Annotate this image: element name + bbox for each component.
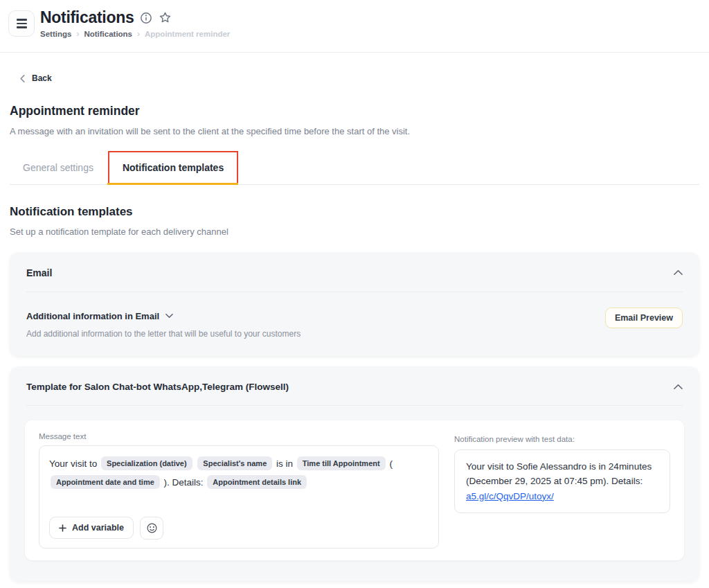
variable-chip-time-till-appointment[interactable]: Time till Appointment xyxy=(297,456,386,470)
breadcrumb-current: Appointment reminder xyxy=(145,30,230,38)
top-bar: Notifications Settings › Notifications ›… xyxy=(0,0,709,53)
message-content: Your visit to Specialization (dative) Sp… xyxy=(49,454,429,492)
template-editor-panel: Message text Your visit to Specializatio… xyxy=(25,420,684,560)
additional-info-toggle[interactable]: Additional information in Email xyxy=(26,311,173,321)
back-link[interactable]: Back xyxy=(19,73,52,83)
star-icon[interactable] xyxy=(159,11,172,24)
tab-general-settings[interactable]: General settings xyxy=(10,151,107,184)
divider xyxy=(26,405,683,406)
message-text-segment: ( xyxy=(389,458,393,469)
appointment-reminder-heading: Appointment reminder xyxy=(10,104,699,118)
page-title: Notifications xyxy=(40,8,134,27)
section-description: Set up a notification template for each … xyxy=(10,226,699,237)
template-card: Template for Salon Chat-bot WhatsApp,Tel… xyxy=(10,366,699,581)
info-icon[interactable] xyxy=(140,12,152,24)
variable-chip-specialization[interactable]: Specialization (dative) xyxy=(101,456,192,470)
variable-chip-appointment-date-time[interactable]: Appointment date and time xyxy=(51,475,160,489)
main-content: Back Appointment reminder A message with… xyxy=(0,53,709,581)
breadcrumb: Settings › Notifications › Appointment r… xyxy=(40,29,230,39)
notification-preview-label: Notification preview with test data: xyxy=(454,435,575,443)
tab-bar: General settings Notification templates xyxy=(10,151,699,185)
emoji-picker-button[interactable] xyxy=(140,517,163,540)
preview-text: Your visit to Sofie Alessandro is in 24m… xyxy=(466,461,652,487)
back-label: Back xyxy=(32,73,52,83)
hamburger-menu-icon xyxy=(17,19,27,21)
chevron-left-icon xyxy=(19,75,26,82)
add-variable-button[interactable]: Add variable xyxy=(49,517,134,539)
additional-info-description: Add additional information to the letter… xyxy=(26,329,683,339)
message-text-segment: ). Details: xyxy=(164,477,204,488)
email-card: Email Additional information in Email Ad… xyxy=(10,252,699,356)
message-text-segment: is in xyxy=(276,458,293,469)
chevron-down-icon xyxy=(165,313,173,319)
notification-preview: Your visit to Sofie Alessandro is in 24m… xyxy=(454,449,670,514)
hamburger-menu-button[interactable] xyxy=(8,10,35,37)
preview-link[interactable]: a5.gl/c/QqvDP/utoyx/ xyxy=(466,491,554,501)
email-preview-button[interactable]: Email Preview xyxy=(605,308,683,328)
emoji-icon xyxy=(146,522,158,534)
active-tab-underline xyxy=(107,183,238,185)
appointment-reminder-description: A message with an invitation will be sen… xyxy=(10,126,699,136)
message-text-segment: Your visit to xyxy=(49,458,97,469)
message-text-editor[interactable]: Your visit to Specialization (dative) Sp… xyxy=(39,445,439,549)
plus-icon xyxy=(59,524,66,532)
chevron-up-icon[interactable] xyxy=(674,269,683,276)
breadcrumb-separator-icon: › xyxy=(76,29,79,39)
section-title: Notification templates xyxy=(10,205,699,219)
breadcrumb-settings[interactable]: Settings xyxy=(40,30,71,38)
annotation-highlight-box: Notification templates xyxy=(108,151,238,184)
tab-notification-templates[interactable]: Notification templates xyxy=(123,162,224,173)
breadcrumb-notifications[interactable]: Notifications xyxy=(84,30,132,38)
variable-chip-specialist-name[interactable]: Specialist's name xyxy=(197,456,272,470)
email-card-title: Email xyxy=(26,267,52,278)
chevron-up-icon[interactable] xyxy=(674,384,683,390)
variable-chip-appointment-details-link[interactable]: Appointment details link xyxy=(207,475,307,489)
breadcrumb-separator-icon: › xyxy=(137,29,140,39)
template-card-title: Template for Salon Chat-bot WhatsApp,Tel… xyxy=(26,382,289,392)
message-text-label: Message text xyxy=(39,432,439,440)
